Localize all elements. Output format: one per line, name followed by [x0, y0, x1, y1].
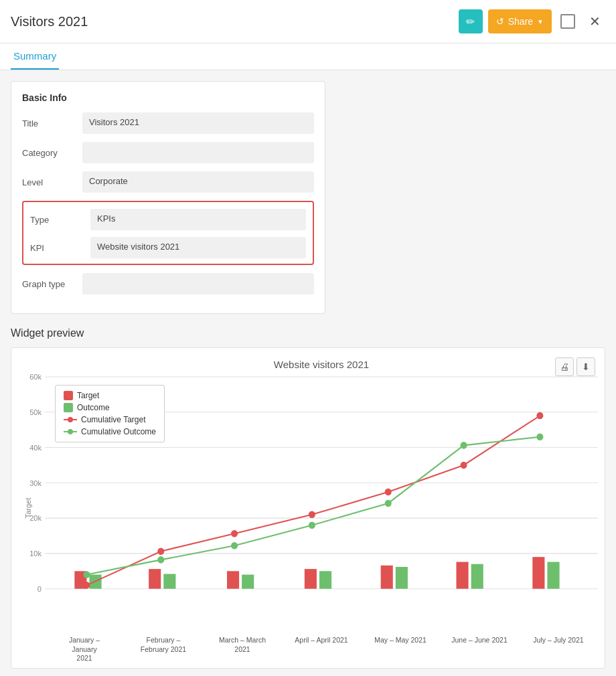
basic-info-card: Basic Info Title Visitors 2021 Category … [11, 81, 325, 314]
category-row: Category [22, 142, 314, 163]
x-label-mar: March – March2021 [203, 636, 282, 663]
svg-text:10k: 10k [29, 550, 42, 558]
kpi-row: KPI Website visitors 2021 [30, 237, 306, 258]
level-row: Level Corporate [22, 171, 314, 193]
bar-outcome-mar [242, 575, 254, 589]
download-icon: ⬇ [582, 361, 590, 372]
tabs-bar: Summary [0, 44, 616, 70]
legend-cumulative-outcome: Cumulative Outcome [64, 427, 156, 436]
x-label-jan: January –January2021 [45, 636, 124, 663]
x-label-apr: April – April 2021 [282, 636, 361, 663]
expand-button[interactable] [557, 11, 579, 32]
tab-summary[interactable]: Summary [11, 44, 59, 70]
category-label: Category [22, 148, 82, 158]
dot-cumtarget-apr [309, 511, 315, 519]
legend-outcome-label: Outcome [77, 403, 110, 412]
type-kpi-section: Type KPIs KPI Website visitors 2021 [22, 201, 314, 265]
print-button[interactable]: 🖨 [555, 357, 574, 376]
title-row: Title Visitors 2021 [22, 112, 314, 134]
download-button[interactable]: ⬇ [576, 357, 595, 376]
widget-preview-section: Widget preview Website visitors 2021 🖨 ⬇… [11, 327, 605, 669]
share-icon: ↺ [496, 16, 504, 27]
title-bar: Visitors 2021 ✏ ↺ Share ▼ ✕ [0, 0, 616, 44]
bar-outcome-may [396, 567, 408, 589]
chart-actions: 🖨 ⬇ [555, 357, 595, 376]
x-axis-labels: January –January2021 February –February … [45, 633, 598, 663]
dot-cumtarget-may [385, 489, 392, 496]
chart-legend: Target Outcome Cumulative Target [55, 385, 165, 442]
legend-cumulative-target: Cumulative Target [64, 415, 156, 424]
graph-type-label: Graph type [22, 279, 82, 289]
category-input[interactable] [82, 142, 314, 163]
bar-target-may [381, 566, 393, 589]
widget-preview-label: Widget preview [11, 327, 605, 339]
dot-cumoutcome-feb [157, 556, 164, 564]
bar-outcome-jun [471, 564, 483, 589]
chevron-down-icon: ▼ [537, 18, 544, 25]
dot-cumoutcome-jan [83, 571, 90, 578]
basic-info-title: Basic Info [22, 92, 314, 103]
bar-target-mar [227, 571, 239, 588]
type-row: Type KPIs [30, 209, 306, 230]
svg-text:40k: 40k [29, 444, 42, 452]
legend-target-label: Target [77, 391, 99, 400]
legend-cumul-outcome-dot [68, 429, 73, 434]
dot-cumoutcome-may [385, 500, 392, 507]
x-label-may: May – May 2021 [361, 636, 440, 663]
svg-text:0: 0 [37, 585, 42, 593]
type-label: Type [30, 215, 90, 225]
svg-text:30k: 30k [29, 479, 42, 487]
graph-type-input[interactable] [82, 273, 314, 294]
legend-target-color [64, 391, 73, 400]
kpi-input[interactable]: Website visitors 2021 [90, 237, 306, 258]
main-window: Visitors 2021 ✏ ↺ Share ▼ ✕ Summary Basi… [0, 0, 616, 676]
dot-cumoutcome-mar [231, 542, 238, 550]
edit-button[interactable]: ✏ [459, 9, 483, 33]
kpi-label: KPI [30, 243, 90, 253]
dot-cumtarget-jun [461, 462, 467, 469]
chart-container: Website visitors 2021 🖨 ⬇ Target [11, 347, 605, 669]
bar-target-jun [456, 562, 468, 589]
dot-cumtarget-feb [157, 547, 164, 555]
x-label-feb: February –February 2021 [124, 636, 203, 663]
bar-target-jul [532, 557, 544, 589]
level-label: Level [22, 177, 82, 187]
legend-cumulative-target-label: Cumulative Target [81, 415, 146, 424]
legend-outcome-color [64, 403, 73, 412]
chart-title: Website visitors 2021 [45, 359, 598, 370]
legend-outcome: Outcome [64, 403, 156, 412]
legend-cumul-target-dot [68, 417, 73, 422]
level-input[interactable]: Corporate [82, 171, 314, 193]
legend-cumul-target-line [64, 419, 77, 420]
share-button[interactable]: ↺ Share ▼ [488, 9, 552, 33]
y-axis-label: Target [24, 498, 32, 519]
dot-cumtarget-jan [83, 582, 90, 589]
x-label-jun: June – June 2021 [440, 636, 519, 663]
dot-cumtarget-jul [536, 412, 543, 420]
legend-cumul-outcome-line [64, 431, 77, 432]
share-label: Share [508, 16, 533, 27]
svg-text:60k: 60k [29, 373, 42, 381]
dot-cumoutcome-apr [309, 521, 315, 529]
dot-cumoutcome-jul [536, 433, 543, 440]
title-label: Title [22, 118, 82, 129]
title-input[interactable]: Visitors 2021 [82, 112, 314, 134]
close-icon: ✕ [589, 13, 601, 29]
dot-cumtarget-mar [231, 530, 238, 537]
title-bar-actions: ✏ ↺ Share ▼ ✕ [459, 9, 605, 33]
bar-outcome-apr [319, 571, 331, 588]
legend-target: Target [64, 391, 156, 400]
print-icon: 🖨 [560, 361, 569, 372]
window-title: Visitors 2021 [11, 14, 459, 29]
expand-icon [560, 14, 575, 29]
dot-cumoutcome-jun [461, 442, 467, 449]
close-button[interactable]: ✕ [584, 11, 605, 32]
edit-icon: ✏ [466, 15, 475, 28]
bar-target-apr [305, 569, 317, 589]
x-label-jul: July – July 2021 [519, 636, 598, 663]
svg-text:50k: 50k [29, 408, 42, 416]
bar-outcome-feb [163, 574, 175, 589]
content-area: Basic Info Title Visitors 2021 Category … [0, 70, 616, 676]
type-input[interactable]: KPIs [90, 209, 306, 230]
bar-outcome-jul [547, 562, 559, 589]
